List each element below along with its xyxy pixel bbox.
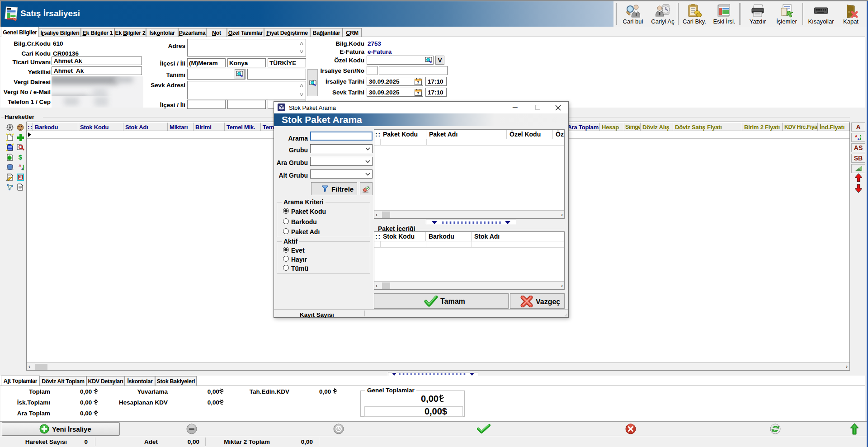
svg-text:7: 7	[417, 80, 420, 85]
svg-text:$: $	[19, 153, 23, 161]
svg-text:z: z	[858, 136, 859, 141]
svg-text:7: 7	[417, 91, 420, 95]
